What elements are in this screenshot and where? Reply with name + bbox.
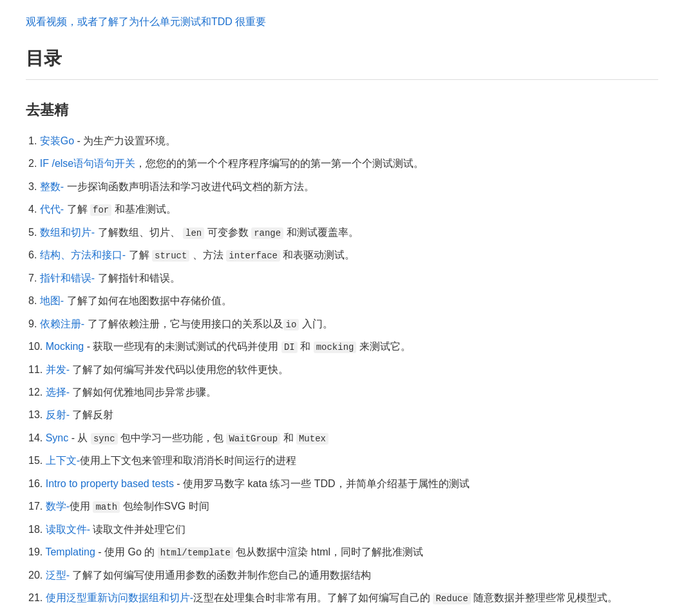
list-item: 19. Templating - 使用 Go 的 html/template 包…	[26, 543, 658, 561]
item-number: 1.	[28, 135, 40, 146]
item-desc: 一步探询函数声明语法和学习改进代码文档的新方法。	[64, 181, 314, 192]
item-number: 12.	[28, 387, 46, 398]
item-desc: ，您您的的第一个个程序程序编写的的第一第一个个测试测试。	[135, 158, 424, 169]
list-item: 11. 并发- 了解了如何编写并发代码以使用您的软件更快。	[26, 361, 658, 378]
item-link[interactable]: 并发-	[46, 364, 70, 375]
item-number: 14.	[28, 432, 46, 443]
item-desc: - 为生产力设置环境。	[74, 135, 176, 146]
item-number: 11.	[28, 364, 46, 375]
section-title: 去基精	[26, 98, 658, 122]
item-number: 18.	[28, 524, 46, 535]
list-item: 13. 反射- 了解反射	[26, 406, 658, 423]
item-number: 10.	[28, 341, 46, 352]
item-desc: 了解了如何编写并发代码以使用您的软件更快。	[70, 364, 289, 375]
item-link[interactable]: 反射-	[46, 409, 70, 420]
item-link[interactable]: IF /else语句语句开关	[40, 158, 135, 169]
item-desc: 了解数组、切片、 len 可变参数 range 和测试覆盖率。	[95, 227, 358, 238]
list-item: 4. 代代- 了解 for 和基准测试。	[26, 200, 658, 218]
item-link[interactable]: 使用泛型重新访问数据组和切片-	[46, 592, 193, 603]
list-item: 8. 地图- 了解了如何在地图数据中存储价值。	[26, 292, 658, 309]
code-term: html/template	[158, 547, 233, 559]
item-link[interactable]: Sync	[46, 432, 69, 443]
item-desc: 了解如何优雅地同步异常步骤。	[70, 387, 216, 398]
top-link-container: 观看视频，或者了解了为什么单元测试和TDD 很重要	[26, 13, 658, 30]
code-term: io	[283, 319, 299, 331]
list-item: 18. 读取文件- 读取文件并处理它们	[26, 521, 658, 538]
item-link[interactable]: 结构、方法和接口-	[40, 249, 126, 260]
code-term: len	[183, 227, 204, 239]
item-number: 5.	[28, 227, 40, 238]
item-link[interactable]: 数学-	[46, 501, 70, 512]
code-term: Mutex	[296, 433, 328, 445]
code-term: DI	[281, 342, 298, 353]
list-item: 12. 选择- 了解如何优雅地同步异常步骤。	[26, 383, 658, 401]
item-desc: 了解 for 和基准测试。	[64, 204, 176, 215]
item-link[interactable]: 代代-	[40, 204, 64, 215]
list-item: 20. 泛型- 了解了如何编写使用通用参数的函数并制作您自己的通用数据结构	[26, 566, 658, 584]
item-desc: 了解 struct 、方法 interface 和表驱动测试。	[126, 249, 355, 260]
list-item: 1. 安装Go - 为生产力设置环境。	[26, 132, 658, 149]
item-link[interactable]: 泛型-	[46, 570, 70, 581]
list-item: 6. 结构、方法和接口- 了解 struct 、方法 interface 和表驱…	[26, 246, 658, 264]
item-number: 6.	[28, 249, 40, 260]
item-desc: - 使用罗马数字 kata 练习一些 TDD，并简单介绍基于属性的测试	[174, 478, 470, 489]
item-link[interactable]: Mocking	[46, 341, 84, 352]
item-number: 2.	[28, 158, 40, 169]
code-term: sync	[91, 433, 118, 445]
list-item: 15. 上下文-使用上下文包来管理和取消消长时间运行的进程	[26, 452, 658, 469]
list-item: 2. IF /else语句语句开关，您您的的第一个个程序程序编写的的第一第一个个…	[26, 155, 658, 172]
item-link[interactable]: 指针和错误-	[40, 273, 95, 284]
item-desc: 了解指针和错误。	[95, 273, 180, 284]
item-desc: 了解了如何编写使用通用参数的函数并制作您自己的通用数据结构	[70, 570, 371, 581]
top-link[interactable]: 观看视频，或者了解了为什么单元测试和TDD 很重要	[26, 16, 266, 27]
item-desc: 了解反射	[70, 409, 113, 420]
item-number: 21.	[28, 592, 46, 603]
list-item: 7. 指针和错误- 了解指针和错误。	[26, 269, 658, 287]
item-desc: - 从 sync 包中学习一些功能，包 WaitGroup 和 Mutex	[68, 432, 328, 443]
item-link[interactable]: Templating	[45, 546, 95, 557]
code-term: for	[90, 204, 111, 216]
list-item: 17. 数学-使用 math 包绘制作SVG 时间	[26, 497, 658, 515]
list-item: 10. Mocking - 获取一些现有的未测试测试的代码并使用 DI 和 mo…	[26, 338, 658, 356]
item-number: 9.	[28, 318, 40, 329]
code-term: mocking	[314, 342, 357, 353]
item-number: 4.	[28, 204, 40, 215]
item-link[interactable]: 地图-	[40, 295, 64, 306]
item-link[interactable]: 数组和切片-	[40, 227, 95, 238]
item-number: 20.	[28, 570, 46, 581]
code-term: WaitGroup	[226, 433, 280, 445]
code-term: interface	[226, 250, 280, 262]
item-link[interactable]: 选择-	[46, 387, 70, 398]
item-link[interactable]: Intro to property based tests	[46, 478, 174, 489]
item-link[interactable]: 安装Go	[40, 135, 74, 146]
item-number: 17.	[28, 501, 46, 512]
item-desc: 读取文件并处理它们	[90, 524, 185, 535]
item-desc: - 获取一些现有的未测试测试的代码并使用 DI 和 mocking 来测试它。	[84, 341, 411, 352]
item-desc: 了了解依赖注册，它与使用接口的关系以及io 入门。	[84, 318, 333, 329]
item-link[interactable]: 依赖注册-	[40, 318, 84, 329]
toc-list: 1. 安装Go - 为生产力设置环境。2. IF /else语句语句开关，您您的…	[26, 132, 658, 606]
list-item: 16. Intro to property based tests - 使用罗马…	[26, 475, 658, 492]
item-number: 16.	[28, 478, 46, 489]
item-link[interactable]: 整数-	[40, 181, 64, 192]
code-term: range	[251, 227, 283, 239]
code-term: Reduce	[433, 593, 470, 604]
item-desc: 泛型在处理集合时非常有用。了解了如何编写自己的 Reduce 随意数据并整理些常…	[193, 592, 618, 603]
item-number: 13.	[28, 409, 46, 420]
list-item: 3. 整数- 一步探询函数声明语法和学习改进代码文档的新方法。	[26, 178, 658, 195]
item-desc: 使用 math 包绘制作SVG 时间	[70, 501, 209, 512]
item-number: 8.	[28, 295, 40, 306]
item-number: 15.	[28, 455, 46, 466]
toc-title: 目录	[26, 43, 658, 80]
item-number: 7.	[28, 273, 40, 284]
item-desc: 使用上下文包来管理和取消消长时间运行的进程	[80, 455, 296, 466]
list-item: 14. Sync - 从 sync 包中学习一些功能，包 WaitGroup 和…	[26, 429, 658, 447]
item-number: 19.	[28, 546, 45, 557]
item-desc: - 使用 Go 的 html/template 包从数据中渲染 html，同时了…	[95, 546, 423, 557]
code-term: math	[93, 501, 120, 513]
list-item: 21. 使用泛型重新访问数据组和切片-泛型在处理集合时非常有用。了解了如何编写自…	[26, 589, 658, 607]
list-item: 9. 依赖注册- 了了解依赖注册，它与使用接口的关系以及io 入门。	[26, 315, 658, 333]
item-link[interactable]: 上下文-	[46, 455, 80, 466]
list-item: 5. 数组和切片- 了解数组、切片、 len 可变参数 range 和测试覆盖率…	[26, 224, 658, 242]
item-link[interactable]: 读取文件-	[46, 524, 90, 535]
